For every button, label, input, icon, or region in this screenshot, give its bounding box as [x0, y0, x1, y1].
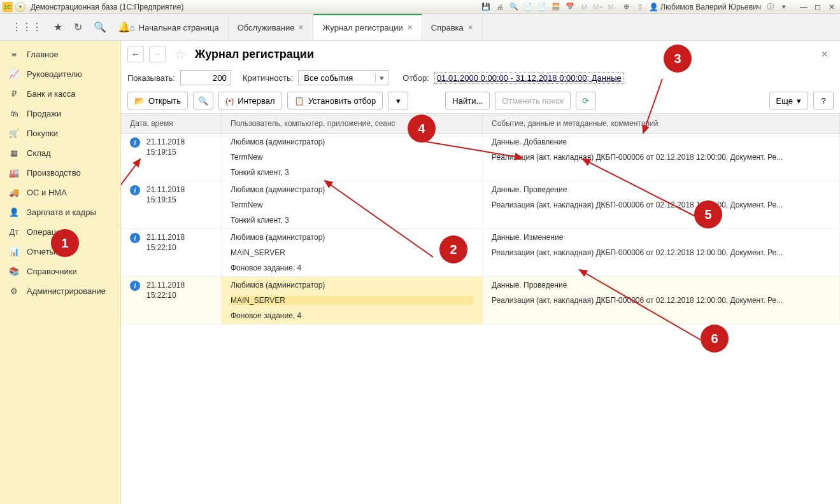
criticality-dropdown[interactable]: Все события ▾ [298, 70, 388, 85]
home-icon: ⌂ [130, 23, 135, 32]
doc-value: Реализация (акт, накладная) ДКБП-000006 … [492, 248, 830, 257]
close-icon[interactable]: ✕ [467, 24, 473, 32]
sidebar-item-icon: Дт [9, 227, 19, 237]
sidebar-item[interactable]: ≡Главное [0, 45, 120, 64]
cell-user: Любимов (администратор) TermNew Тонкий к… [222, 134, 483, 181]
toolbar-calendar-icon[interactable]: 📅 [565, 2, 575, 12]
button-label: Отменить поиск [502, 96, 564, 106]
sidebar-item-icon: 👤 [9, 207, 19, 217]
doc-value: Реализация (акт, накладная) ДКБП-000006 … [492, 153, 830, 162]
sidebar-item[interactable]: 🚚ОС и НМА [0, 183, 120, 202]
search-icon[interactable]: 🔍 [94, 21, 106, 33]
toolbar-doc2-icon[interactable]: 📄 [537, 2, 547, 12]
callout-3: 3 [664, 45, 692, 73]
sidebar-item[interactable]: 📈Руководителю [0, 64, 120, 84]
toolbar-mplus-icon[interactable]: M+ [593, 2, 603, 12]
filter-dropdown-button[interactable]: ▾ [388, 92, 408, 109]
close-page-button[interactable]: ✕ [821, 49, 829, 59]
sidebar-item-icon: ▦ [9, 148, 19, 158]
computer-value: MAIN_SERVER [231, 296, 473, 305]
table-row[interactable]: i 21.11.201815:19:15 Любимов (администра… [121, 134, 840, 181]
toolbar-print-icon[interactable]: 🖨 [495, 2, 505, 12]
window-maximize-button[interactable]: ◻ [812, 2, 823, 12]
column-header-event[interactable]: Событие, данные и метаданные, комментари… [483, 114, 840, 133]
filter-value-link[interactable]: 01.01.2000 0:00:00 - 31.12.2018 0:00:00;… [434, 72, 624, 84]
apps-grid-icon[interactable]: ⋮⋮⋮ [11, 21, 42, 33]
cell-event: Данные. Изменение Реализация (акт, накла… [483, 229, 840, 276]
nav-forward-button[interactable]: → [149, 46, 166, 62]
sidebar-item[interactable]: ▦Склад [0, 143, 120, 163]
close-icon[interactable]: ✕ [407, 24, 413, 32]
cell-event: Данные. Добавление Реализация (акт, накл… [483, 134, 840, 181]
tab-service[interactable]: Обслуживание✕ [229, 14, 314, 40]
chevron-down-icon: ▾ [375, 73, 388, 83]
cell-user: Любимов (администратор) TermNew Тонкий к… [222, 181, 483, 228]
current-user[interactable]: 👤 Любимов Валерий Юрьевич [649, 3, 761, 11]
window-title: Демонстрационная база (1С:Предприятие) [31, 3, 183, 11]
sidebar-item[interactable]: 🛍Продажи [0, 104, 120, 123]
open-button[interactable]: 📂Открыть [127, 92, 188, 109]
interval-button[interactable]: (•)Интервал [218, 92, 282, 109]
sidebar-item[interactable]: ₽Банк и касса [0, 84, 120, 104]
table-row[interactable]: i 21.11.201815:19:15 Любимов (администра… [121, 181, 840, 229]
sidebar-item[interactable]: 👤Зарплата и кадры [0, 202, 120, 222]
sidebar-item[interactable]: 🏭Производство [0, 163, 120, 183]
toolbar-panel-icon[interactable]: ▯ [635, 2, 645, 12]
toolbar-save-icon[interactable]: 💾 [481, 2, 491, 12]
window-minimize-button[interactable]: — [798, 2, 809, 12]
table-body: i 21.11.201815:19:15 Любимов (администра… [121, 134, 840, 504]
refresh-button[interactable]: ⟳ [576, 92, 596, 109]
app-menu-dropdown[interactable]: ▾ [15, 2, 25, 12]
cell-datetime: i 21.11.201815:22:10 [121, 277, 222, 324]
toolbar-doc1-icon[interactable]: 📄 [523, 2, 533, 12]
toolbar-dropdown-icon[interactable]: ▾ [779, 2, 789, 12]
toolbar-m-icon[interactable]: M [579, 2, 589, 12]
sidebar-item[interactable]: 📚Справочники [0, 262, 120, 281]
sidebar-item-label: Банк и касса [27, 89, 76, 99]
sidebar-item-icon: 🛒 [9, 129, 19, 138]
favorite-star-icon[interactable]: ☆ [174, 46, 186, 62]
app-value: Фоновое задание, 4 [231, 263, 473, 272]
toolbar-mminus-icon[interactable]: M- [607, 2, 617, 12]
tab-label: Справка [431, 23, 464, 32]
find-button[interactable]: Найти... [445, 92, 490, 109]
nav-back-button[interactable]: ← [127, 46, 144, 62]
callout-6: 6 [701, 325, 729, 353]
tab-home[interactable]: ⌂Начальная страница [121, 14, 229, 40]
page-title: Журнал регистрации [195, 48, 314, 61]
toolbar-info-icon[interactable]: ⓘ [765, 2, 775, 12]
cancel-search-button[interactable]: Отменить поиск [495, 92, 571, 109]
user-name: Любимов Валерий Юрьевич [660, 3, 761, 11]
history-icon[interactable]: ↻ [74, 21, 82, 33]
cell-event: Данные. Проведение Реализация (акт, накл… [483, 181, 840, 228]
button-label: Интервал [238, 96, 274, 106]
sidebar-item[interactable]: ⚙Администрирование [0, 281, 120, 301]
table-row[interactable]: i 21.11.201815:22:10 Любимов (администра… [121, 277, 840, 325]
table-row[interactable]: i 21.11.201815:22:10 Любимов (администра… [121, 229, 840, 277]
sidebar-item[interactable]: 🛒Покупки [0, 123, 120, 143]
window-close-button[interactable]: ✕ [826, 2, 837, 12]
toolbar-preview-icon[interactable]: 🔍 [509, 2, 519, 12]
user-value: Любимов (администратор) [231, 185, 473, 194]
toolbar-zoom-icon[interactable]: ⊕ [621, 2, 631, 12]
doc-value: Реализация (акт, накладная) ДКБП-000006 … [492, 296, 830, 305]
column-header-datetime[interactable]: Дата, время [121, 114, 222, 133]
help-button[interactable]: ? [813, 92, 834, 109]
close-icon[interactable]: ✕ [298, 24, 304, 32]
cell-user: Любимов (администратор) MAIN_SERVER Фоно… [222, 277, 483, 324]
favorites-icon[interactable]: ★ [53, 21, 62, 33]
info-icon: i [130, 281, 140, 291]
magnify-button[interactable]: 🔍 [193, 92, 213, 109]
event-value: Данные. Добавление [492, 137, 830, 146]
sidebar-item-label: Зарплата и кадры [27, 207, 96, 217]
computer-value: TermNew [231, 153, 473, 162]
column-header-user[interactable]: Пользователь, компьютер, приложение, сеа… [222, 114, 483, 133]
toolbar-calc-icon[interactable]: 🧮 [551, 2, 561, 12]
tab-help[interactable]: Справка✕ [422, 14, 483, 40]
set-filter-button[interactable]: 📋Установить отбор [287, 92, 383, 109]
tab-eventlog[interactable]: Журнал регистрации✕ [313, 14, 422, 40]
sidebar-item-icon: 🚚 [9, 188, 19, 197]
show-count-input[interactable] [180, 70, 231, 85]
info-icon: i [130, 137, 140, 148]
more-button[interactable]: Еще▾ [769, 92, 808, 109]
